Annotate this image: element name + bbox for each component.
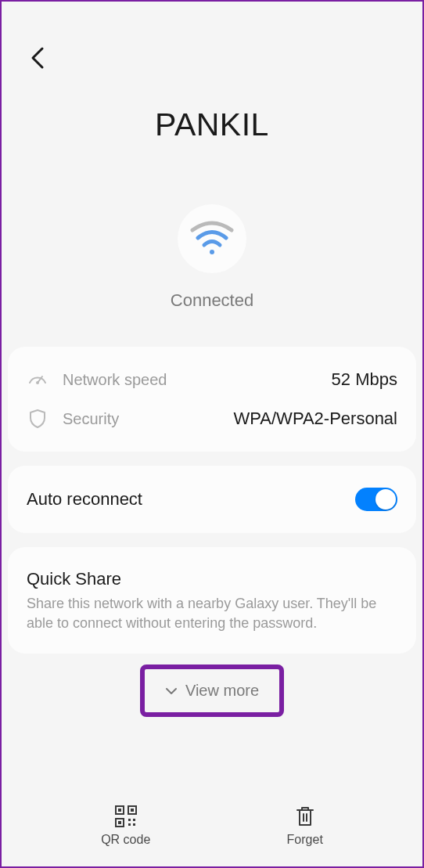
- back-icon: [30, 45, 45, 70]
- speed-value: 52 Mbps: [332, 369, 397, 390]
- security-label: Security: [63, 410, 234, 428]
- svg-rect-8: [118, 821, 121, 824]
- qr-code-label: QR code: [101, 833, 150, 847]
- qr-code-icon: [114, 805, 138, 828]
- auto-reconnect-card[interactable]: Auto reconnect: [8, 466, 416, 533]
- chevron-down-icon: [165, 687, 178, 695]
- svg-rect-4: [118, 809, 121, 812]
- quick-share-description: Share this network with a nearby Galaxy …: [27, 594, 397, 633]
- quick-share-card[interactable]: Quick Share Share this network with a ne…: [8, 547, 416, 654]
- qr-code-button[interactable]: QR code: [101, 805, 150, 847]
- view-more-label: View more: [185, 682, 259, 700]
- svg-point-0: [210, 250, 214, 254]
- security-row: Security WPA/WPA2-Personal: [27, 408, 397, 430]
- network-speed-row: Network speed 52 Mbps: [27, 369, 397, 391]
- view-more-button[interactable]: View more: [140, 665, 284, 717]
- auto-reconnect-toggle[interactable]: [355, 488, 397, 511]
- wifi-signal-circle: [178, 204, 246, 273]
- svg-rect-9: [128, 819, 131, 821]
- view-more-container: View more: [2, 665, 422, 717]
- bottom-action-bar: QR code Forget: [2, 785, 422, 866]
- security-value: WPA/WPA2-Personal: [234, 409, 397, 429]
- wifi-icon-container: [2, 204, 422, 273]
- forget-label: Forget: [287, 833, 323, 847]
- toggle-knob: [375, 489, 396, 510]
- forget-button[interactable]: Forget: [287, 805, 323, 847]
- quick-share-title: Quick Share: [27, 569, 397, 589]
- svg-rect-12: [133, 823, 135, 826]
- wifi-icon: [189, 221, 235, 257]
- network-name: PANKIL: [2, 106, 422, 143]
- speed-icon: [27, 369, 49, 391]
- connection-status: Connected: [2, 290, 422, 311]
- network-details-card: Network speed 52 Mbps Security WPA/WPA2-…: [8, 347, 416, 452]
- speed-label: Network speed: [63, 371, 332, 389]
- auto-reconnect-label: Auto reconnect: [27, 489, 142, 510]
- trash-icon: [293, 805, 317, 828]
- svg-rect-10: [133, 819, 135, 821]
- svg-rect-11: [128, 823, 131, 826]
- back-button[interactable]: [30, 45, 45, 74]
- svg-point-2: [36, 381, 39, 384]
- svg-rect-6: [131, 809, 134, 812]
- shield-icon: [27, 408, 49, 430]
